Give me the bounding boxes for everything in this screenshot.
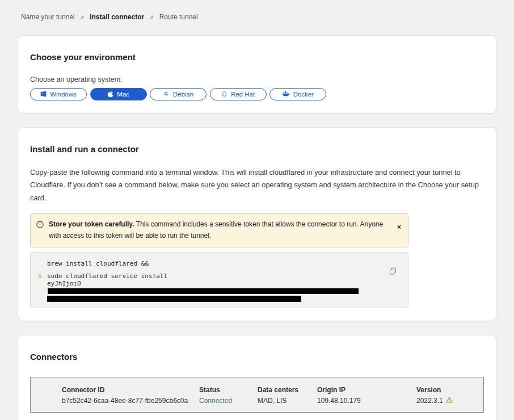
breadcrumb-step-install-connector[interactable]: Install connector <box>90 13 144 21</box>
breadcrumb-separator: > <box>81 14 84 20</box>
environment-card: Choose your environment Choose an operat… <box>18 36 496 113</box>
os-button-group: Windows Mac Debian Red Hat Docker <box>30 88 484 100</box>
token-prefix: eyJhIjoiO <box>47 280 81 287</box>
install-card-title: Install and run a connector <box>30 144 484 154</box>
redacted-token-bar <box>48 288 359 294</box>
alert-title: Store your token carefully. <box>49 220 134 228</box>
os-button-label: Red Hat <box>231 91 255 98</box>
os-button-label: Windows <box>50 91 77 98</box>
version-value: 2022.3.1 <box>416 397 443 405</box>
cell-connector-id: b7c52c42-6caa-48ee-8c77-fbe259cb6c0a <box>62 397 199 405</box>
breadcrumb: Name your tunnel > Install connector > R… <box>0 0 514 21</box>
os-button-docker[interactable]: Docker <box>269 88 326 100</box>
debian-logo-icon <box>163 90 170 98</box>
install-description: Copy-paste the following command into a … <box>30 166 484 204</box>
warning-triangle-icon <box>446 397 453 405</box>
breadcrumb-step-route-tunnel[interactable]: Route tunnel <box>159 13 198 21</box>
redhat-logo-icon <box>221 90 227 99</box>
code-lines: sudo cloudflared service install eyJhIjo… <box>47 272 385 302</box>
breadcrumb-separator: > <box>150 14 153 20</box>
apple-logo-icon <box>107 90 113 99</box>
os-select-label: Choose an operating system: <box>30 75 484 83</box>
docker-logo-icon <box>282 91 290 98</box>
os-button-debian[interactable]: Debian <box>150 88 207 100</box>
os-button-label: Mac <box>117 91 129 98</box>
column-header-origin-ip: Origin IP <box>317 386 416 394</box>
column-header-version: Version <box>416 386 483 394</box>
column-header-status: Status <box>199 386 258 394</box>
cell-origin-ip: 109.48.10.179 <box>317 397 416 405</box>
connectors-table: Connector ID Status Data centers Origin … <box>30 377 484 413</box>
os-button-label: Debian <box>173 91 193 98</box>
connectors-card: Connectors Connector ID Status Data cent… <box>18 335 496 420</box>
cell-version: 2022.3.1 <box>416 397 483 405</box>
alert-close-icon[interactable]: × <box>397 224 401 230</box>
os-button-windows[interactable]: Windows <box>30 88 87 100</box>
code-line-brew: brew install cloudflared && <box>38 260 385 267</box>
install-card: Install and run a connector Copy-paste t… <box>18 128 496 321</box>
redacted-token-bar <box>47 296 301 302</box>
column-header-connector-id: Connector ID <box>62 386 199 394</box>
os-button-redhat[interactable]: Red Hat <box>210 88 267 100</box>
os-button-label: Docker <box>293 91 314 98</box>
windows-logo-icon <box>40 91 47 98</box>
alert-text: Store your token carefully. This command… <box>49 219 392 242</box>
os-button-mac[interactable]: Mac <box>90 88 147 100</box>
code-command: $ sudo cloudflared service install eyJhI… <box>38 272 385 302</box>
connectors-card-title: Connectors <box>30 352 484 362</box>
cell-status: Connected <box>199 397 258 405</box>
shell-prompt: $ <box>38 272 47 302</box>
breadcrumb-step-name-your-tunnel[interactable]: Name your tunnel <box>21 13 75 21</box>
alert-circle-icon <box>36 221 44 232</box>
install-command-codeblock: brew install cloudflared && $ sudo cloud… <box>30 252 408 308</box>
code-line-sudo: sudo cloudflared service install <box>47 272 167 280</box>
copy-icon[interactable] <box>389 267 397 277</box>
column-header-data-centers: Data centers <box>258 386 317 394</box>
environment-card-title: Choose your environment <box>30 52 484 62</box>
token-warning-alert: Store your token carefully. This command… <box>30 213 408 247</box>
cell-data-centers: MAD, LIS <box>258 397 317 405</box>
